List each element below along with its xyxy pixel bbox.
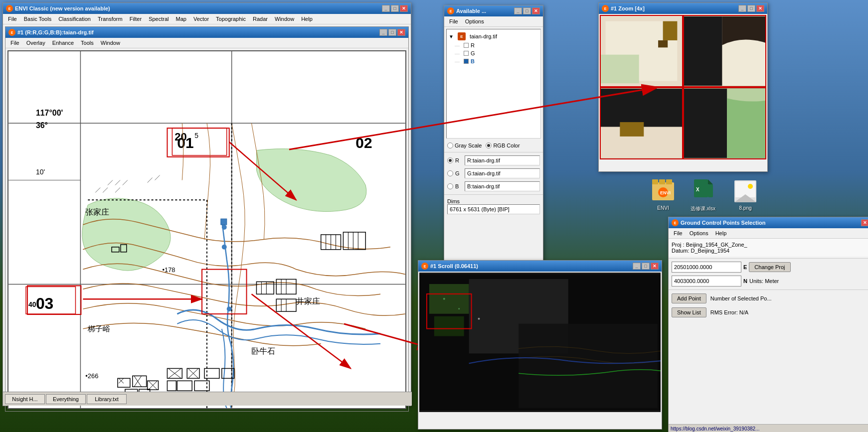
svg-rect-131 [429,284,469,314]
menu-spectral[interactable]: Spectral [146,15,172,23]
avail-maximize-btn[interactable]: □ [523,7,531,14]
scroll-minimize-btn[interactable]: _ [633,263,641,270]
scroll-titlebar: E #1 Scroll (0.06411) _ □ ✕ [418,261,662,272]
gcp-add-point-btn[interactable]: Add Point [672,293,706,303]
menu-topographic[interactable]: Topographic [213,15,249,23]
avail-close-btn[interactable]: ✕ [532,7,540,14]
g-label: G [455,170,463,176]
svg-text:ENVI: ENVI [660,190,671,195]
scroll-map-display[interactable] [419,273,661,412]
svg-rect-120 [601,89,682,127]
svg-rect-11 [652,179,658,184]
dims-input[interactable] [447,204,540,214]
grayscale-option[interactable]: Gray Scale [447,143,482,148]
inner-maximize-btn[interactable]: □ [388,29,396,36]
menu-map[interactable]: Map [173,15,189,23]
envi-maximize-btn[interactable]: □ [391,5,399,12]
menu-file[interactable]: File [5,15,20,23]
inner-menu-window[interactable]: Window [98,39,123,47]
inner-minimize-btn[interactable]: _ [379,29,387,36]
menu-filter[interactable]: Filter [127,15,145,23]
tree-band-r[interactable]: — R [449,41,538,49]
svg-text:•178: •178 [163,266,175,274]
avail-menu-file[interactable]: File [446,17,461,25]
taskbar-nsight[interactable]: Nsight H... [5,394,45,404]
g-band-row: G [444,167,543,180]
desktop-icon-envi[interactable]: ENVI ENVI [646,179,681,211]
bands-file-tree[interactable]: ▼ E taian-drg.tif — R — G — B [446,29,541,139]
menu-radar[interactable]: Radar [250,15,271,23]
available-bands-menubar: File Options [444,16,543,27]
zoom-close-btn[interactable]: ✕ [756,5,764,12]
menu-classification[interactable]: Classification [55,15,94,23]
r-checkbox[interactable] [464,43,469,48]
zoom-minimize-btn[interactable]: _ [738,5,746,12]
zoom-q1 [600,15,683,87]
gcp-menu-file[interactable]: File [671,229,686,237]
rgb-option[interactable]: RGB Color [486,143,520,148]
gcp-menu-options[interactable]: Options [687,229,711,237]
gcp-logo-icon: E [672,219,679,226]
gcp-menu-help[interactable]: Help [712,229,730,237]
avail-menu-options[interactable]: Options [462,17,487,25]
grayscale-radio[interactable] [447,143,453,148]
g-band-input[interactable] [465,168,540,178]
gcp-rms-error-label: RMS Error: N/A [710,309,748,315]
svg-text:36°: 36° [36,121,48,130]
url-text: https://blog.csdn.net/weixin_39190382... [671,426,759,432]
svg-text:20: 20 [174,131,186,143]
avail-minimize-btn[interactable]: _ [514,7,522,14]
envi-main-title: ENVI Classic (new version available) [15,5,380,11]
envi-minimize-btn[interactable]: _ [382,5,390,12]
gcp-num-selected-label: Number of Selected Po... [710,295,772,301]
inner-close-btn[interactable]: ✕ [397,29,405,36]
gcp-e-row: E Change Proj [669,260,868,274]
zoom-display[interactable] [600,15,766,159]
inner-menu-overlay[interactable]: Overlay [23,39,48,47]
menu-help[interactable]: Help [298,15,316,23]
desktop-icon-xuanxiu[interactable]: X 选修课.xlsx [686,179,720,213]
taskbar-library[interactable]: Library.txt [87,394,127,404]
g-select-radio[interactable] [447,170,453,176]
map-display-area[interactable]: 117°00' 36° 10' 01 20 5 02 40 03 [7,50,406,409]
svg-text:•266: •266 [85,372,98,380]
menu-basic-tools[interactable]: Basic Tools [21,15,54,23]
tree-band-g[interactable]: — G [449,49,538,57]
zoom-crosshair-v [683,15,684,159]
r-band-input[interactable] [465,155,540,165]
b-checkbox[interactable] [464,59,469,64]
gcp-n-input[interactable] [672,276,741,287]
gcp-show-list-btn[interactable]: Show List [672,307,706,317]
inner-menu-file[interactable]: File [7,39,22,47]
gcp-title: Ground Control Points Selection [681,220,859,226]
b-select-radio[interactable] [447,183,453,189]
menu-window[interactable]: Window [272,15,297,23]
svg-text:10': 10' [36,168,45,176]
menu-vector[interactable]: Vector [190,15,212,23]
topo-map-svg: 117°00' 36° 10' 01 20 5 02 40 03 [8,51,405,408]
svg-text:X: X [696,187,699,192]
scroll-close-btn[interactable]: ✕ [651,263,659,270]
zoom-maximize-btn[interactable]: □ [747,5,755,12]
color-mode-group: Gray Scale RGB Color [444,141,543,150]
svg-point-135 [458,308,460,309]
menu-transform[interactable]: Transform [95,15,126,23]
gcp-close-btn[interactable]: ✕ [861,219,868,226]
desktop-icon-8png[interactable]: 8.png [728,179,763,211]
gcp-e-input[interactable] [672,262,741,273]
tree-band-b[interactable]: — B [449,57,538,65]
envi-close-btn[interactable]: ✕ [400,5,408,12]
inner-menu-tools[interactable]: Tools [78,39,97,47]
svg-marker-17 [708,179,713,184]
gcp-list-row: Show List RMS Error: N/A [669,305,868,319]
r-select-radio[interactable] [447,157,453,163]
g-checkbox[interactable] [464,51,469,56]
inner-menu-enhance[interactable]: Enhance [49,39,77,47]
gcp-change-proj-btn[interactable]: Change Proj [749,262,790,272]
r-band-label: R [471,42,475,48]
gcp-add-row: Add Point Number of Selected Po... [669,291,868,305]
b-band-input[interactable] [465,181,540,191]
rgb-radio[interactable] [486,143,492,148]
scroll-maximize-btn[interactable]: □ [642,263,650,270]
taskbar-everything[interactable]: Everything [46,394,86,404]
